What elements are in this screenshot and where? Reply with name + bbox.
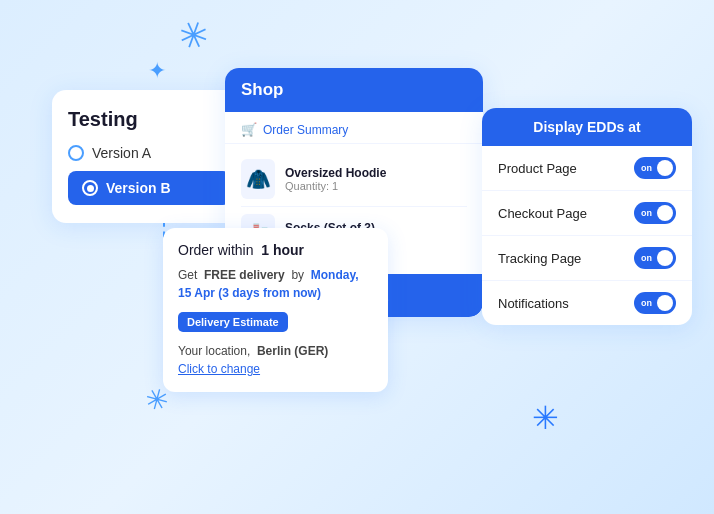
edd-toggle-tracking-page[interactable]: on [634, 247, 676, 269]
version-b-radio[interactable] [82, 180, 98, 196]
delivery-title-bold: 1 hour [261, 242, 304, 258]
toggle-knob-4 [657, 295, 673, 311]
shop-item-1: 🧥 Oversized Hoodie Quantity: 1 [241, 152, 467, 207]
order-summary-label: Order Summary [263, 123, 348, 137]
toggle-on-label-4: on [641, 298, 652, 308]
toggle-on-label-1: on [641, 163, 652, 173]
edd-label-checkout-page: Checkout Page [498, 206, 587, 221]
version-a-radio[interactable] [68, 145, 84, 161]
version-a-option[interactable]: Version A [68, 145, 231, 161]
delivery-desc-bold1: FREE delivery [204, 268, 285, 282]
delivery-location: Your location, Berlin (GER) Click to cha… [178, 342, 373, 378]
delivery-desc-prefix: Get [178, 268, 197, 282]
delivery-badge: Delivery Estimate [178, 312, 288, 332]
edd-label-notifications: Notifications [498, 296, 569, 311]
edd-row-product-page: Product Page on [482, 146, 692, 191]
item-qty-hoodie: Quantity: 1 [285, 180, 386, 192]
delivery-card: Order within 1 hour Get FREE delivery by… [163, 228, 388, 392]
delivery-title: Order within 1 hour [178, 242, 373, 258]
item-name-hoodie: Oversized Hoodie [285, 166, 386, 180]
version-b-option[interactable]: Version B [68, 171, 231, 205]
toggle-on-label-2: on [641, 208, 652, 218]
item-info-hoodie: Oversized Hoodie Quantity: 1 [285, 166, 386, 192]
deco-star-1: ✳ [173, 14, 214, 58]
delivery-location-bold: Berlin (GER) [257, 344, 328, 358]
item-icon-hoodie: 🧥 [241, 159, 275, 199]
version-b-label: Version B [106, 180, 171, 196]
deco-star-4: ✳ [532, 402, 559, 434]
testing-card: Testing Version A Version B [52, 90, 247, 223]
cart-icon: 🛒 [241, 122, 257, 137]
edd-header: Display EDDs at [482, 108, 692, 146]
edd-row-notifications: Notifications on [482, 281, 692, 325]
edd-label-product-page: Product Page [498, 161, 577, 176]
version-b-radio-fill [87, 185, 94, 192]
toggle-on-label-3: on [641, 253, 652, 263]
edd-toggle-notifications[interactable]: on [634, 292, 676, 314]
toggle-knob-2 [657, 205, 673, 221]
version-a-label: Version A [92, 145, 151, 161]
delivery-title-prefix: Order within [178, 242, 253, 258]
edd-row-checkout-page: Checkout Page on [482, 191, 692, 236]
edd-toggle-checkout-page[interactable]: on [634, 202, 676, 224]
toggle-knob-3 [657, 250, 673, 266]
delivery-desc: Get FREE delivery by Monday, 15 Apr (3 d… [178, 266, 373, 302]
edd-card: Display EDDs at Product Page on Checkout… [482, 108, 692, 325]
edd-row-tracking-page: Tracking Page on [482, 236, 692, 281]
delivery-desc-mid: by [291, 268, 304, 282]
shop-header: Shop [225, 68, 483, 112]
change-location-link[interactable]: Click to change [178, 362, 260, 376]
deco-star-2: ✦ [148, 60, 166, 82]
edd-label-tracking-page: Tracking Page [498, 251, 581, 266]
toggle-knob-1 [657, 160, 673, 176]
order-summary-row: 🛒 Order Summary [225, 112, 483, 144]
testing-title: Testing [68, 108, 231, 131]
delivery-location-prefix: Your location, [178, 344, 250, 358]
edd-toggle-product-page[interactable]: on [634, 157, 676, 179]
